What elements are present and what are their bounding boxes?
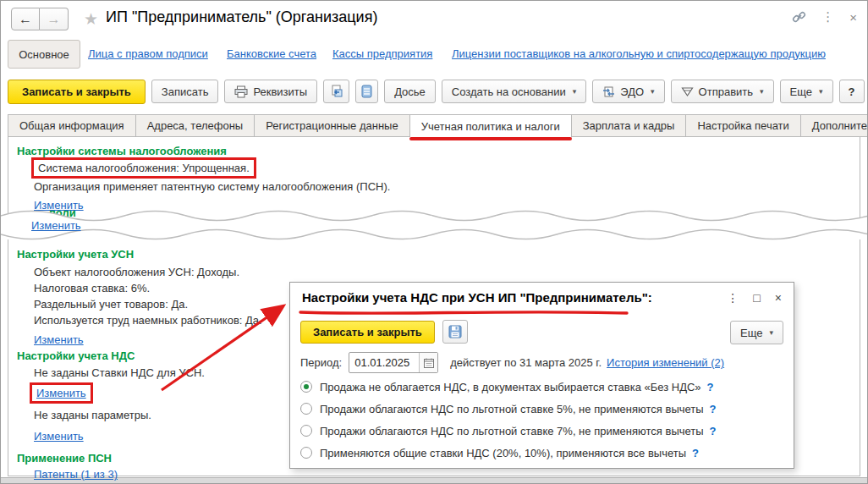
related-documents-button[interactable]	[355, 80, 378, 103]
dropdown-caret-icon: ▾	[573, 87, 577, 96]
nds-option-label: Продажи облагаются НДС по льготной ставк…	[320, 425, 704, 437]
floppy-disk-icon	[448, 325, 462, 338]
dialog-more-icon[interactable]: ⋮	[727, 291, 739, 305]
torn-text-fragment: поли	[49, 206, 76, 219]
dialog-close-icon[interactable]: ×	[775, 291, 782, 305]
dropdown-caret-icon: ▾	[651, 87, 655, 96]
usn-separate-accounting-text: Раздельный учет товаров: Да.	[34, 298, 188, 311]
window-close-icon[interactable]: ×	[849, 10, 857, 25]
dialog-save-and-close-button[interactable]: Записать и закрыть	[300, 321, 435, 344]
save-and-close-label: Записать и закрыть	[22, 85, 131, 98]
page-title: ИП "Предприниматель" (Организация)	[106, 8, 377, 26]
nds-option-no-vat[interactable]: Продажа не облагается НДС, в документах …	[300, 376, 783, 398]
tab-addresses[interactable]: Адреса, телефоны	[136, 114, 255, 137]
nav-link-cash-desks[interactable]: Кассы предприятия	[332, 47, 432, 60]
usn-employees-text: Используется труд наемных работников: Да…	[34, 314, 262, 327]
dossier-button[interactable]: Досье	[384, 80, 436, 103]
command-bar: Записать и закрыть Записать Реквизиты До…	[8, 79, 860, 104]
app-window: ← → ★ ИП "Предприниматель" (Организация)…	[0, 0, 868, 484]
nds-option-5-percent[interactable]: Продажи облагаются НДС по льготной ставк…	[300, 398, 783, 420]
edo-exchange-icon	[602, 85, 615, 98]
nds-option-label: Применяются общие ставки НДС (20%, 10%),…	[320, 447, 686, 459]
patents-link[interactable]: Патенты (1 из 3)	[34, 468, 118, 481]
edit-nds-link[interactable]: Изменить	[36, 387, 86, 399]
tab-accounting-policy[interactable]: Учетная политика и налоги	[410, 114, 572, 138]
calendar-icon[interactable]	[419, 353, 437, 372]
period-date-input[interactable]: 01.01.2025	[349, 352, 438, 373]
nds-settings-header: Настройки учета НДС	[17, 349, 135, 362]
radio-selected-icon[interactable]	[300, 381, 312, 393]
dialog-more-label: Еще	[740, 327, 762, 339]
red-annotation-tab-underline	[409, 137, 572, 140]
printer-icon	[234, 85, 248, 98]
dialog-save-button[interactable]	[442, 320, 468, 344]
torn-text-fragment: ого	[154, 208, 172, 221]
tax-system-header: Настройки системы налогообложения	[17, 145, 227, 157]
change-history-link[interactable]: История изменений (2)	[607, 356, 724, 369]
save-and-close-button[interactable]: Записать и закрыть	[8, 80, 146, 104]
back-button[interactable]: ←	[11, 8, 40, 30]
red-annotation-box-tax-system: Система налогообложения: Упрощенная.	[31, 157, 256, 179]
red-annotation-title-underline	[299, 308, 630, 318]
nav-link-alcohol-licenses[interactable]: Лицензии поставщиков на алкогольную и сп…	[452, 47, 826, 60]
nds-option-7-percent[interactable]: Продажи облагаются НДС по льготной ставк…	[300, 420, 783, 442]
radio-unselected-icon[interactable]	[300, 403, 312, 415]
nds-option-general-rates[interactable]: Применяются общие ставки НДС (20%, 10%),…	[300, 442, 783, 464]
dialog-save-and-close-label: Записать и закрыть	[313, 326, 422, 338]
more-button[interactable]: Еще▾	[780, 80, 833, 103]
nds-settings-dialog: Настройки учета НДС при УСН ИП "Предприн…	[289, 282, 794, 469]
help-button[interactable]: ?	[839, 80, 865, 103]
tab-salary-hr[interactable]: Зарплата и кадры	[572, 114, 687, 137]
form-tabs: Общая информация Адреса, телефоны Регист…	[8, 114, 868, 138]
create-based-on-button[interactable]: Создать на основании▾	[442, 80, 586, 103]
tab-print-settings[interactable]: Настройка печати	[686, 114, 800, 137]
dropdown-caret-icon: ▾	[819, 87, 823, 96]
get-link-icon[interactable]	[792, 10, 806, 25]
forward-arrow-icon: →	[47, 12, 61, 27]
radio-unselected-icon[interactable]	[300, 447, 312, 459]
edit-link-torn[interactable]: Изменить	[31, 219, 81, 232]
psn-header: Применение ПСН	[17, 452, 112, 465]
forward-button[interactable]: →	[40, 8, 69, 30]
attached-files-button[interactable]	[323, 80, 349, 103]
create-based-on-label: Создать на основании	[452, 85, 566, 98]
help-question-icon[interactable]: ?	[710, 403, 717, 415]
send-button[interactable]: Отправить▾	[671, 80, 774, 103]
save-label: Записать	[162, 85, 209, 98]
nav-link-signers[interactable]: Лица с правом подписи	[88, 47, 208, 60]
psn-applied-text: Организация применяет патентную систему …	[34, 180, 390, 193]
favorite-star-icon[interactable]: ★	[84, 9, 98, 29]
dropdown-caret-icon: ▾	[769, 328, 773, 337]
tab-registration-data[interactable]: Регистрационные данные	[255, 114, 409, 137]
nav-tab-main[interactable]: Основное	[8, 40, 80, 69]
dialog-more-button[interactable]: Еще▾	[730, 321, 783, 344]
send-icon	[681, 86, 694, 97]
send-label: Отправить	[699, 85, 753, 98]
window-more-icon[interactable]: ⋮	[821, 9, 834, 25]
dialog-maximize-icon[interactable]: □	[753, 291, 760, 305]
tab-general-info[interactable]: Общая информация	[8, 114, 136, 137]
edit-nds-params-link[interactable]: Изменить	[34, 430, 84, 443]
requisites-button[interactable]: Реквизиты	[224, 80, 317, 103]
edo-label: ЭДО	[620, 85, 644, 98]
edo-button[interactable]: ЭДО▾	[592, 80, 664, 103]
edit-usn-link[interactable]: Изменить	[34, 333, 84, 346]
nav-link-bank-accounts[interactable]: Банковские счета	[227, 47, 316, 60]
help-question-icon[interactable]: ?	[707, 381, 714, 393]
window-bottom-edge	[1, 477, 867, 483]
radio-unselected-icon[interactable]	[300, 425, 312, 437]
help-question-icon[interactable]: ?	[710, 425, 717, 437]
help-question-icon[interactable]: ?	[692, 447, 699, 459]
tab-additional[interactable]: Дополнительно	[801, 114, 868, 137]
tab-accounting-policy-label: Учетная политика и налоги	[421, 120, 560, 133]
dossier-label: Досье	[394, 85, 426, 98]
usn-rate-text: Налоговая ставка: 6%.	[34, 282, 150, 294]
red-annotation-box-edit-nds: Изменить	[30, 382, 93, 404]
usn-settings-header: Настройки учета УСН	[17, 248, 134, 261]
attached-files-icon	[329, 85, 343, 99]
period-date-value: 01.01.2025	[349, 356, 419, 369]
save-button[interactable]: Записать	[151, 80, 219, 103]
requisites-label: Реквизиты	[253, 85, 307, 98]
more-label: Еще	[790, 85, 812, 98]
back-arrow-icon: ←	[19, 12, 32, 27]
